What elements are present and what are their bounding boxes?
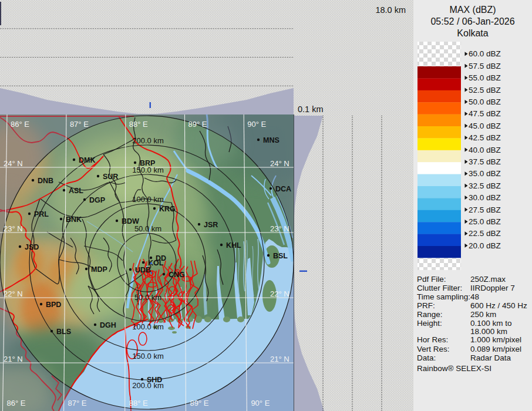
svg-text:89° E: 89° E	[190, 399, 209, 407]
svg-text:90° E: 90° E	[247, 120, 266, 129]
svg-text:0.100 km to: 0.100 km to	[470, 319, 512, 328]
svg-text:MNS: MNS	[263, 136, 280, 144]
svg-text:BSL: BSL	[273, 252, 288, 260]
svg-text:52.5 dBZ: 52.5 dBZ	[469, 86, 501, 95]
svg-text:600 Hz / 450 Hz: 600 Hz / 450 Hz	[470, 301, 527, 310]
svg-text:05:52 / 06-Jan-2026: 05:52 / 06-Jan-2026	[430, 16, 514, 26]
svg-text:24° N: 24° N	[270, 159, 289, 168]
svg-text:250Z.max: 250Z.max	[470, 275, 506, 284]
svg-text:47.5 dBZ: 47.5 dBZ	[469, 109, 501, 118]
svg-text:32.5 dBZ: 32.5 dBZ	[469, 181, 501, 190]
svg-text:86° E: 86° E	[11, 120, 29, 129]
svg-text:DGH: DGH	[100, 321, 116, 329]
svg-text:87° E: 87° E	[68, 399, 87, 407]
svg-text:50.0 dBZ: 50.0 dBZ	[469, 97, 501, 106]
svg-text:ASL: ASL	[69, 187, 83, 195]
svg-text:88° E: 88° E	[129, 120, 148, 129]
svg-text:18.000 km: 18.000 km	[470, 327, 507, 336]
svg-text:150.0 km: 150.0 km	[132, 352, 163, 361]
svg-text:50.0 km: 50.0 km	[134, 293, 161, 302]
svg-text:30.0 dBZ: 30.0 dBZ	[469, 193, 501, 202]
svg-text:0.089 km/pixel: 0.089 km/pixel	[470, 345, 521, 353]
svg-text:Range:: Range:	[417, 310, 443, 319]
svg-text:200.0 km: 200.0 km	[132, 136, 163, 145]
svg-text:Radar Data: Radar Data	[470, 353, 511, 362]
svg-text:BRP: BRP	[140, 159, 155, 167]
svg-text:BPD: BPD	[46, 301, 61, 309]
svg-text:KRG: KRG	[159, 205, 176, 213]
svg-text:UDB: UDB	[135, 266, 151, 274]
svg-text:18.0 km: 18.0 km	[375, 5, 406, 15]
svg-text:SUR: SUR	[103, 173, 118, 181]
svg-text:MAX (dBZ): MAX (dBZ)	[449, 5, 496, 15]
svg-text:100.0 km: 100.0 km	[132, 195, 163, 204]
svg-text:48: 48	[470, 292, 479, 301]
svg-text:50.0 km: 50.0 km	[134, 224, 161, 233]
svg-text:89° E: 89° E	[188, 120, 207, 129]
svg-text:21° N: 21° N	[270, 355, 289, 363]
svg-text:Rainbow® SELEX-SI: Rainbow® SELEX-SI	[417, 364, 491, 373]
svg-text:87° E: 87° E	[70, 120, 89, 129]
svg-text:BDW: BDW	[122, 217, 139, 225]
svg-text:20.0 dBZ: 20.0 dBZ	[469, 241, 501, 250]
svg-text:KHL: KHL	[226, 241, 241, 250]
svg-text:23° N: 23° N	[4, 224, 23, 233]
svg-text:60.0 dBZ: 60.0 dBZ	[469, 49, 501, 58]
svg-text:27.5 dBZ: 27.5 dBZ	[469, 206, 501, 214]
svg-text:45.0 dBZ: 45.0 dBZ	[469, 122, 501, 130]
svg-text:23° N: 23° N	[270, 224, 289, 233]
svg-text:0.1 km: 0.1 km	[298, 105, 324, 114]
svg-text:Kolkata: Kolkata	[457, 28, 488, 38]
svg-text:22° N: 22° N	[270, 289, 289, 298]
svg-text:BNK: BNK	[66, 215, 82, 224]
svg-text:IIRDoppler 7: IIRDoppler 7	[470, 284, 515, 292]
svg-text:88° E: 88° E	[129, 399, 148, 407]
svg-text:JSD: JSD	[25, 243, 39, 251]
svg-text:40.0 dBZ: 40.0 dBZ	[469, 146, 501, 154]
svg-text:Height:: Height:	[417, 319, 442, 328]
svg-text:DMK: DMK	[79, 156, 95, 164]
svg-text:100.0 km: 100.0 km	[132, 322, 163, 331]
svg-text:57.5 dBZ: 57.5 dBZ	[469, 62, 501, 70]
svg-text:21° N: 21° N	[4, 355, 23, 363]
svg-text:37.5 dBZ: 37.5 dBZ	[469, 157, 501, 166]
svg-text:MDP: MDP	[91, 265, 107, 274]
svg-text:86° E: 86° E	[7, 399, 26, 407]
svg-text:55.0 dBZ: 55.0 dBZ	[469, 73, 501, 82]
svg-text:Vert Res:: Vert Res:	[417, 345, 450, 353]
svg-text:Time sampling:: Time sampling:	[417, 292, 470, 301]
svg-text:90° E: 90° E	[251, 399, 270, 407]
svg-text:PRL: PRL	[34, 210, 49, 218]
svg-text:24° N: 24° N	[4, 159, 23, 168]
svg-text:DCA: DCA	[275, 185, 291, 193]
svg-text:250 km: 250 km	[470, 310, 496, 319]
svg-text:BLS: BLS	[56, 328, 71, 336]
svg-text:PRF:: PRF:	[417, 301, 435, 310]
svg-text:42.5 dBZ: 42.5 dBZ	[469, 133, 501, 142]
svg-text:22.5 dBZ: 22.5 dBZ	[469, 229, 501, 238]
svg-text:JSR: JSR	[204, 221, 218, 229]
svg-text:DGP: DGP	[89, 196, 105, 204]
svg-text:25.0 dBZ: 25.0 dBZ	[469, 217, 501, 226]
svg-text:Clutter Filter:: Clutter Filter:	[417, 284, 462, 292]
svg-text:DNB: DNB	[38, 177, 53, 185]
svg-text:22° N: 22° N	[4, 289, 23, 298]
svg-text:CNG: CNG	[169, 271, 185, 279]
svg-text:SHD: SHD	[147, 376, 162, 384]
svg-text:Pdf File:: Pdf File:	[417, 275, 446, 284]
svg-text:1.000 km/pixel: 1.000 km/pixel	[470, 335, 521, 344]
svg-text:Data:: Data:	[417, 353, 436, 362]
svg-text:Hor Res:: Hor Res:	[417, 335, 448, 344]
svg-text:35.0 dBZ: 35.0 dBZ	[469, 169, 501, 178]
